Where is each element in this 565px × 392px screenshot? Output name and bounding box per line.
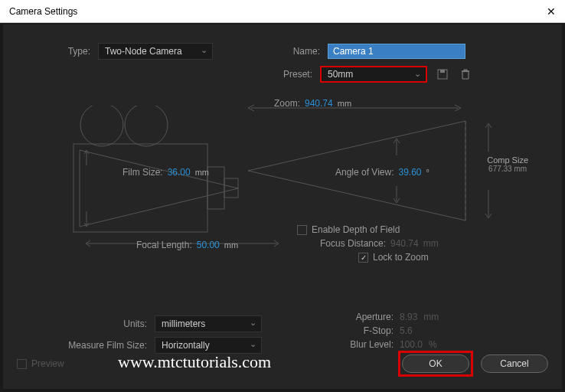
camera-diagram: Zoom: 940.74 mm Film Size: 36.00 mm Angl… xyxy=(21,90,544,243)
zoom-unit: mm xyxy=(338,99,351,108)
preset-dropdown[interactable]: 50mm xyxy=(320,66,427,83)
focal-label: Focal Length: xyxy=(136,240,192,250)
fstop-label: F-Stop: xyxy=(317,325,394,336)
type-dropdown[interactable]: Two-Node Camera xyxy=(98,43,213,60)
preset-label: Preset: xyxy=(220,69,312,80)
preview-checkbox[interactable] xyxy=(17,359,27,369)
ok-button[interactable]: OK xyxy=(402,354,469,373)
zoom-value[interactable]: 940.74 xyxy=(305,98,333,109)
aperture-value: 8.93 xyxy=(400,312,417,322)
lock-zoom-label: Lock to Zoom xyxy=(373,252,429,263)
titlebar: Camera Settings ✕ xyxy=(0,0,565,23)
enable-dof-checkbox[interactable] xyxy=(297,225,307,235)
name-value: Camera 1 xyxy=(333,46,374,57)
preset-save-icon[interactable] xyxy=(435,67,450,82)
blur-unit: % xyxy=(429,339,437,350)
blur-label: Blur Level: xyxy=(317,339,394,350)
name-label: Name: xyxy=(220,46,320,57)
preset-value: 50mm xyxy=(328,69,353,80)
angle-value[interactable]: 39.60 xyxy=(399,167,422,178)
units-label: Units: xyxy=(64,318,147,329)
type-label: Type: xyxy=(21,46,90,57)
lock-zoom-checkbox[interactable] xyxy=(358,253,368,263)
comp-size-block: Comp Size 677.33 mm xyxy=(487,155,528,173)
filmsize-value[interactable]: 36.00 xyxy=(168,167,191,178)
zoom-label: Zoom: xyxy=(274,98,300,109)
svg-rect-4 xyxy=(73,144,207,232)
name-input[interactable]: Camera 1 xyxy=(328,44,465,59)
measure-film-label: Measure Film Size: xyxy=(64,340,147,351)
comp-size-label: Comp Size xyxy=(487,155,528,165)
focus-dist-unit: mm xyxy=(423,238,439,249)
angle-unit: ° xyxy=(426,168,429,177)
measure-film-value: Horizontally xyxy=(162,340,210,351)
svg-rect-1 xyxy=(440,70,445,73)
angle-label: Angle of View: xyxy=(335,167,394,178)
units-value: millimeters xyxy=(162,318,205,329)
focal-value[interactable]: 50.00 xyxy=(197,240,220,250)
units-dropdown[interactable]: millimeters xyxy=(155,315,262,332)
focus-dist-value: 940.74 xyxy=(390,238,419,249)
fstop-value: 5.6 xyxy=(400,325,413,336)
aperture-unit: mm xyxy=(423,312,439,322)
aperture-label: Aperture: xyxy=(317,312,394,322)
svg-point-3 xyxy=(125,106,168,146)
svg-point-2 xyxy=(80,106,123,146)
filmsize-label: Film Size: xyxy=(122,167,163,178)
ok-highlight: OK xyxy=(398,351,473,377)
blur-value: 100.0 xyxy=(400,339,423,350)
comp-size-value: 677.33 mm xyxy=(487,165,528,173)
preview-label: Preview xyxy=(31,358,64,369)
dialog-body: Type: Two-Node Camera Name: Camera 1 Pre… xyxy=(3,24,562,389)
focal-unit: mm xyxy=(224,240,238,250)
svg-rect-5 xyxy=(207,167,224,209)
preset-delete-icon[interactable] xyxy=(458,67,473,82)
enable-dof-label: Enable Depth of Field xyxy=(312,224,400,235)
dof-column: Enable Depth of Field Focus Distance: 94… xyxy=(297,224,439,266)
type-value: Two-Node Camera xyxy=(105,46,182,57)
focus-dist-label: Focus Distance: xyxy=(297,238,386,249)
close-icon[interactable]: ✕ xyxy=(547,5,556,18)
cancel-button[interactable]: Cancel xyxy=(481,354,548,373)
window-title: Camera Settings xyxy=(9,6,77,17)
filmsize-unit: mm xyxy=(195,168,209,177)
